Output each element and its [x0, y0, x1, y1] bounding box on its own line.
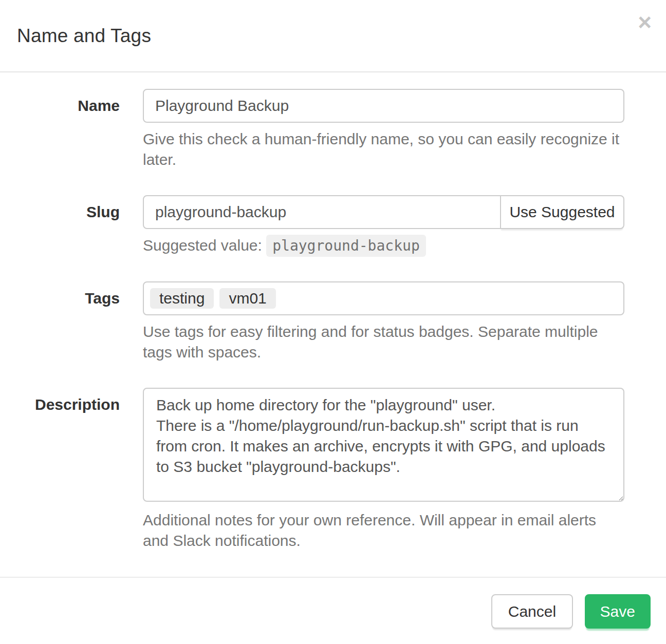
tags-input[interactable]: testingvm01	[143, 281, 624, 315]
tags-label: Tags	[15, 281, 127, 307]
name-field-row: Name Give this check a human-friendly na…	[15, 89, 651, 179]
slug-help-text: Suggested value: playground-backup	[143, 235, 624, 256]
modal-title: Name and Tags	[17, 25, 151, 47]
tags-field-col: testingvm01 Use tags for easy filtering …	[143, 281, 624, 372]
modal-body: Name Give this check a human-friendly na…	[0, 72, 666, 560]
tag-chip[interactable]: testing	[150, 288, 214, 309]
suggested-value-code: playground-backup	[266, 235, 426, 257]
slug-input-group: Use Suggested	[143, 195, 624, 229]
modal-header: Name and Tags ×	[0, 0, 666, 72]
suggested-value-prefix: Suggested value:	[143, 237, 262, 254]
slug-field-row: Slug Use Suggested Suggested value: play…	[15, 195, 651, 266]
description-help-text: Additional notes for your own reference.…	[143, 510, 624, 551]
name-help-text: Give this check a human-friendly name, s…	[143, 129, 624, 170]
modal-footer: Cancel Save	[0, 577, 666, 644]
use-suggested-button[interactable]: Use Suggested	[500, 195, 624, 229]
slug-field-col: Use Suggested Suggested value: playgroun…	[143, 195, 624, 266]
description-textarea[interactable]: Back up home directory for the "playgrou…	[143, 388, 624, 502]
tags-help-text: Use tags for easy filtering and for stat…	[143, 321, 624, 363]
name-label: Name	[15, 89, 127, 115]
save-button[interactable]: Save	[585, 594, 651, 629]
description-field-row: Description Back up home directory for t…	[15, 388, 651, 560]
cancel-button[interactable]: Cancel	[491, 594, 573, 629]
tags-field-row: Tags testingvm01 Use tags for easy filte…	[15, 281, 651, 372]
name-field-col: Give this check a human-friendly name, s…	[143, 89, 624, 179]
tag-chip[interactable]: vm01	[219, 288, 275, 309]
name-and-tags-modal: Name and Tags × Name Give this check a h…	[0, 0, 666, 644]
name-input[interactable]	[143, 89, 624, 123]
slug-input[interactable]	[143, 195, 501, 229]
close-icon[interactable]: ×	[638, 10, 652, 34]
description-field-col: Back up home directory for the "playgrou…	[143, 388, 624, 560]
slug-label: Slug	[15, 195, 127, 221]
description-label: Description	[15, 388, 127, 413]
